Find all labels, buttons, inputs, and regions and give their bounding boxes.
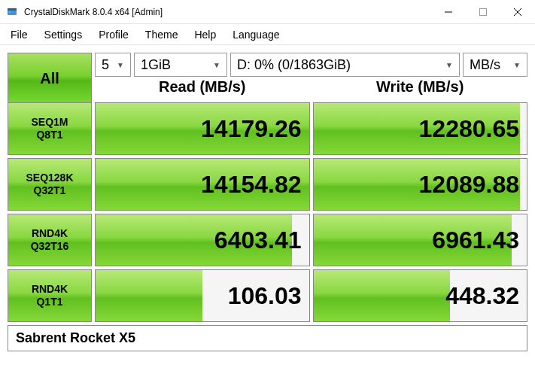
maximize-button[interactable] [466,0,500,23]
test-label-1: SEQ1M [31,116,68,129]
app-icon [6,6,18,18]
test-button-3[interactable]: RND4KQ1T1 [8,269,92,322]
window-title: CrystalDiskMark 8.0.4 x64 [Admin] [24,7,431,17]
write-cell: 12089.88 [313,158,528,211]
write-cell: 448.32 [313,269,528,322]
header-read: Read (MB/s) [95,74,310,99]
menu-profile[interactable]: Profile [91,26,136,43]
data-row: RND4KQ1T1106.03448.32 [8,269,527,322]
close-button[interactable] [500,0,535,23]
test-label-2: Q32T1 [34,184,66,197]
test-button-0[interactable]: SEQ1MQ8T1 [8,102,92,155]
menu-theme[interactable]: Theme [138,26,186,43]
data-row: SEQ1MQ8T114179.2612280.65 [8,102,527,155]
read-value: 14154.82 [96,159,309,210]
size-value: 1GiB [141,57,171,73]
test-label-2: Q1T1 [36,296,62,308]
chevron-down-icon: ▼ [513,61,521,69]
test-button-1[interactable]: SEQ128KQ32T1 [8,158,92,211]
chevron-down-icon: ▼ [117,61,124,69]
chevron-down-icon: ▼ [213,61,220,69]
runs-value: 5 [102,57,109,73]
menu-language[interactable]: Language [225,26,287,43]
svg-rect-1 [8,8,17,11]
content-area: All 5▼ 1GiB▼ D: 0% (0/1863GiB)▼ MB/s▼ Re… [0,45,535,359]
write-value: 12280.65 [314,103,527,154]
unit-value: MB/s [470,57,500,73]
read-cell: 14154.82 [95,158,310,211]
read-value: 106.03 [96,270,309,321]
test-label-1: RND4K [32,283,68,296]
read-value: 14179.26 [96,103,309,154]
footer-label: Sabrent Rocket X5 [8,325,527,351]
test-label-2: Q8T1 [36,129,62,141]
data-row: SEQ128KQ32T114154.8212089.88 [8,158,527,211]
test-button-2[interactable]: RND4KQ32T16 [8,214,92,266]
data-row: RND4KQ32T166403.416961.43 [8,214,527,266]
test-label-2: Q32T16 [31,240,69,253]
test-label-1: RND4K [32,227,68,240]
menu-settings[interactable]: Settings [37,26,90,43]
write-cell: 6961.43 [313,214,528,266]
header-write: Write (MB/s) [313,74,528,99]
svg-rect-4 [480,8,487,15]
menubar: File Settings Profile Theme Help Languag… [0,24,535,45]
read-value: 6403.41 [96,214,309,266]
read-cell: 14179.26 [95,102,310,155]
menu-help[interactable]: Help [187,26,223,43]
titlebar: CrystalDiskMark 8.0.4 x64 [Admin] [0,0,535,24]
chevron-down-icon: ▼ [445,61,453,69]
write-value: 12089.88 [314,159,527,210]
read-cell: 6403.41 [95,214,310,266]
menu-file[interactable]: File [3,26,35,43]
write-value: 448.32 [314,270,527,321]
drive-value: D: 0% (0/1863GiB) [237,57,351,73]
minimize-button[interactable] [431,0,466,23]
write-cell: 12280.65 [313,102,528,155]
write-value: 6961.43 [314,214,527,266]
test-label-1: SEQ128K [26,172,73,184]
svg-point-2 [9,11,11,13]
window-controls [431,0,535,23]
read-cell: 106.03 [95,269,310,322]
